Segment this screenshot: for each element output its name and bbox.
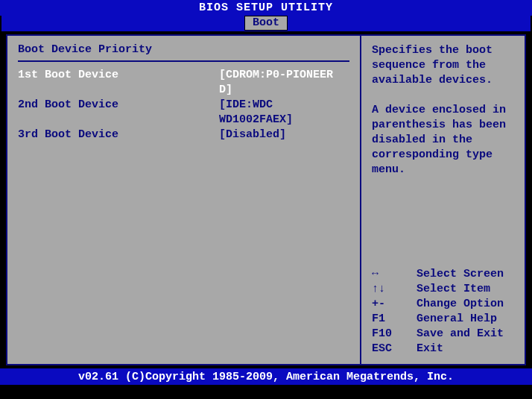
key-hints: ↔ Select Screen ↑↓ Select Item +- Change… (372, 267, 514, 356)
hint-select-screen: ↔ Select Screen (372, 267, 514, 282)
boot-device-label: 1st Boot Device (18, 68, 219, 98)
tab-boot[interactable]: Boot (244, 16, 288, 31)
utility-title: BIOS SETUP UTILITY (199, 1, 333, 14)
hint-select-item: ↑↓ Select Item (372, 282, 514, 297)
boot-device-1[interactable]: 1st Boot Device [CDROM:P0-PIONEER D] (18, 68, 349, 98)
divider (18, 60, 349, 62)
hint-action: Save and Exit (417, 327, 504, 342)
help-panel: Specifies the boot sequence from the ava… (361, 34, 526, 365)
footer-text: v02.61 (C)Copyright 1985-2009, American … (78, 371, 454, 383)
boot-device-label: 3rd Boot Device (18, 128, 219, 142)
title-bar: BIOS SETUP UTILITY (0, 0, 532, 16)
help-paragraph-2: A device enclosed in parenthesis has bee… (372, 103, 514, 177)
hint-action: General Help (417, 312, 497, 327)
hint-action: Exit (417, 342, 443, 356)
section-title: Boot Device Priority (18, 43, 349, 56)
main-panel: Boot Device Priority 1st Boot Device [CD… (0, 31, 532, 368)
boot-device-label: 2nd Boot Device (18, 98, 219, 128)
hint-key: ESC (372, 342, 417, 356)
hint-key: ↔ (372, 267, 417, 282)
hint-action: Select Item (417, 282, 490, 297)
spacer (372, 192, 514, 267)
boot-device-2[interactable]: 2nd Boot Device [IDE:WDC WD1002FAEX] (18, 98, 349, 128)
hint-action: Select Screen (417, 267, 504, 282)
help-paragraph-1: Specifies the boot sequence from the ava… (372, 43, 514, 88)
hint-key: F10 (372, 327, 417, 342)
boot-device-value: [IDE:WDC WD1002FAEX] (219, 98, 349, 128)
settings-panel: Boot Device Priority 1st Boot Device [CD… (6, 34, 361, 365)
hint-exit: ESC Exit (372, 342, 514, 356)
help-text: Specifies the boot sequence from the ava… (372, 43, 514, 192)
hint-general-help: F1 General Help (372, 312, 514, 327)
boot-device-3[interactable]: 3rd Boot Device [Disabled] (18, 128, 349, 142)
hint-save-exit: F10 Save and Exit (372, 327, 514, 342)
hint-change-option: +- Change Option (372, 297, 514, 312)
footer-bar: v02.61 (C)Copyright 1985-2009, American … (0, 368, 532, 385)
hint-key: ↑↓ (372, 282, 417, 297)
hint-key: F1 (372, 312, 417, 327)
tab-row: Boot (0, 16, 532, 31)
hint-key: +- (372, 297, 417, 312)
boot-device-value: [CDROM:P0-PIONEER D] (219, 68, 349, 98)
hint-action: Change Option (417, 297, 504, 312)
tab-label: Boot (253, 16, 279, 29)
boot-device-value: [Disabled] (219, 128, 349, 142)
